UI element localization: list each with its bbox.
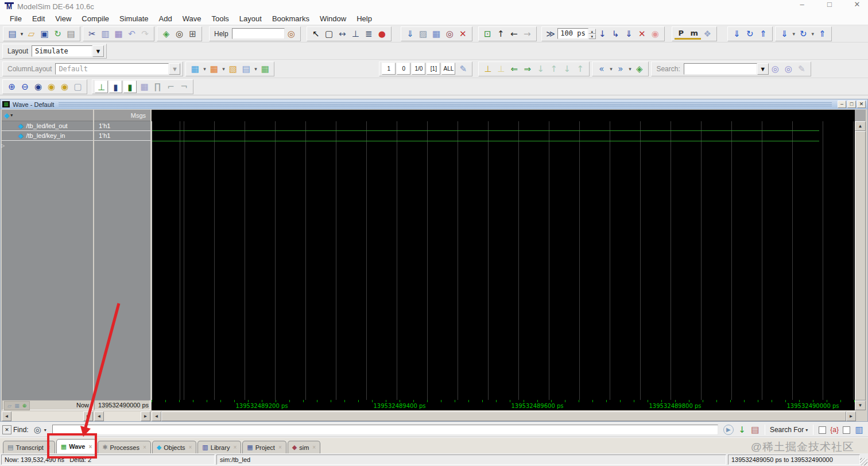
waveform-canvas[interactable] bbox=[152, 121, 856, 400]
compile-all-icon[interactable]: ⇓ bbox=[404, 28, 417, 40]
spin-up-icon[interactable]: ▲ bbox=[588, 29, 596, 34]
values-horizontal-scrollbar[interactable]: ◄ ► bbox=[94, 411, 150, 421]
next-falling-edge-icon[interactable]: ↓ bbox=[534, 63, 547, 75]
expand-right-caret-icon[interactable]: ▾ bbox=[627, 63, 633, 75]
prev-transition-icon[interactable]: ⇐ bbox=[507, 63, 521, 75]
goto-next-icon[interactable]: ⇓ bbox=[778, 28, 791, 40]
zoom-area-icon[interactable]: ▢ bbox=[323, 28, 336, 40]
zoom-out-icon[interactable]: ⊖ bbox=[18, 80, 32, 93]
columnlayout-combobox-arrow-icon[interactable]: ▼ bbox=[169, 63, 180, 75]
wave-search-combobox[interactable]: ▼ bbox=[684, 63, 769, 75]
run-continue-icon[interactable]: ↳ bbox=[609, 28, 622, 40]
print-icon[interactable]: ▤ bbox=[64, 28, 78, 40]
new-file-icon[interactable]: ▤ bbox=[6, 28, 19, 40]
redo-icon[interactable]: ↷ bbox=[138, 28, 152, 40]
horizontal-scroll-thumb[interactable] bbox=[161, 411, 846, 421]
stoplight-icon[interactable]: ● bbox=[375, 28, 389, 40]
spin-down-icon[interactable]: ▼ bbox=[588, 34, 596, 39]
menu-help[interactable]: Help bbox=[351, 13, 377, 24]
wave-search-input[interactable] bbox=[684, 63, 757, 75]
layout-combobox-arrow-icon[interactable]: ▼ bbox=[92, 45, 104, 57]
goto-next-caret-icon[interactable]: ▾ bbox=[791, 28, 797, 40]
column-apply-icon[interactable]: ▦ bbox=[258, 63, 272, 75]
signal-style-logic-icon[interactable]: ▮ bbox=[123, 80, 137, 93]
window-close-button[interactable]: ✕ bbox=[852, 0, 862, 9]
scroll-left-icon[interactable]: ◄ bbox=[152, 411, 161, 421]
scroll-right-icon[interactable]: ► bbox=[83, 411, 93, 421]
expand-time-left-icon[interactable]: « bbox=[595, 63, 608, 75]
signal-filter-icon[interactable]: ◆ bbox=[4, 111, 9, 120]
scroll-left-icon[interactable]: ◄ bbox=[2, 411, 11, 421]
led-out-waveform[interactable] bbox=[152, 130, 819, 131]
window-restore-button[interactable]: □ bbox=[824, 0, 835, 9]
radix-button[interactable]: [1] bbox=[427, 63, 440, 75]
search-for-dropdown[interactable]: Search For bbox=[770, 426, 804, 434]
expand-all-icon[interactable]: ◈ bbox=[633, 63, 646, 75]
tab-close-icon[interactable]: × bbox=[143, 444, 146, 450]
wave-console-icon[interactable]: ▦ bbox=[13, 402, 21, 410]
menu-view[interactable]: View bbox=[50, 13, 76, 24]
pulse-style-icon[interactable]: ∏ bbox=[151, 80, 164, 93]
stop-icon[interactable]: ◉ bbox=[649, 28, 662, 40]
format-brush-icon[interactable]: ✎ bbox=[456, 63, 470, 75]
vertical-scroll-thumb[interactable] bbox=[855, 131, 866, 400]
find-icon[interactable]: ◎ bbox=[173, 28, 186, 40]
wave-window-grip[interactable] bbox=[59, 102, 832, 106]
zoom-selection-icon[interactable]: ▢ bbox=[71, 80, 84, 93]
help-search-icon[interactable]: ◎ bbox=[285, 28, 298, 40]
column-orange-icon[interactable]: ▦ bbox=[207, 63, 220, 75]
forward-icon[interactable]: → bbox=[521, 28, 534, 40]
run-length-field[interactable]: 100 ps bbox=[557, 28, 588, 39]
scroll-left-icon[interactable]: ◄ bbox=[94, 411, 104, 421]
signal-values-panel[interactable]: 1'h11'h1 bbox=[94, 121, 150, 400]
pan-mode-icon[interactable]: ↔ bbox=[336, 28, 349, 40]
resize-grip[interactable] bbox=[860, 458, 867, 465]
signal-filter-caret-icon[interactable]: ▾ bbox=[10, 113, 13, 118]
next-rising-edge-icon[interactable]: ↑ bbox=[547, 63, 560, 75]
rise-style-icon[interactable]: ⌐ bbox=[164, 80, 177, 93]
signal-names-panel[interactable]: ◆ /tb_led/led_out ◆ /tb_led/key_in bbox=[2, 121, 93, 400]
profile-performance-icon[interactable]: P bbox=[675, 28, 688, 40]
columnlayout-combobox[interactable]: Default ▼ bbox=[55, 63, 180, 75]
edit-source-icon[interactable]: ▨ bbox=[417, 28, 430, 40]
wave-search-arrow-icon[interactable]: ▼ bbox=[757, 63, 769, 75]
signal-column-header[interactable]: ◆ ▾ bbox=[2, 110, 93, 121]
run-all-icon[interactable]: ⇓ bbox=[622, 28, 636, 40]
save-icon[interactable]: ▣ bbox=[38, 28, 51, 40]
fall-style-icon[interactable]: ¬ bbox=[177, 80, 191, 93]
pause-hand-icon[interactable]: ❖ bbox=[701, 28, 714, 40]
add-wave-icon[interactable]: ⊕ bbox=[21, 402, 28, 410]
find-input[interactable] bbox=[52, 425, 718, 435]
wave-restore-button[interactable]: □ bbox=[847, 101, 856, 108]
wave-prefs-icon[interactable]: ▱ bbox=[6, 402, 13, 410]
refresh-view-icon[interactable]: ↻ bbox=[797, 28, 810, 40]
refresh-icon[interactable]: ↻ bbox=[51, 28, 64, 40]
expand-left-caret-icon[interactable]: ▾ bbox=[608, 63, 614, 75]
wave-horizontal-scrollbar[interactable]: ◄ ► bbox=[152, 411, 856, 421]
signal-style-line-icon[interactable]: ⊥ bbox=[95, 80, 108, 93]
timeline-ruler[interactable]: 139532489200 ps139532489400 ps1395324896… bbox=[152, 400, 856, 410]
tab-objects[interactable]: ◆ Objects × bbox=[152, 441, 197, 453]
radix-button[interactable]: 0 bbox=[397, 63, 410, 75]
zoom-range-icon[interactable]: ◉ bbox=[58, 80, 71, 93]
signal-style-literal-icon[interactable]: ▮ bbox=[109, 80, 122, 93]
column-save-caret-icon[interactable]: ▾ bbox=[253, 63, 258, 75]
search-prev-icon[interactable]: ◎ bbox=[782, 63, 795, 75]
find-results-icon[interactable]: ▥ bbox=[852, 423, 866, 436]
paste-icon[interactable]: ▦ bbox=[112, 28, 125, 40]
search-next-icon[interactable]: ◎ bbox=[769, 63, 782, 75]
tab-transcript[interactable]: ▤ Transcript × bbox=[3, 441, 55, 453]
scroll-right-icon[interactable]: ► bbox=[846, 411, 856, 421]
scroll-right-icon[interactable]: ► bbox=[141, 411, 150, 421]
tab-library[interactable]: ▥ Library × bbox=[197, 441, 241, 453]
delete-cursor-icon[interactable]: ⊥ bbox=[494, 63, 507, 75]
regex-checkbox[interactable] bbox=[819, 426, 826, 434]
find-scope-binoculars-icon[interactable]: ◎ bbox=[31, 423, 44, 436]
names-horizontal-scrollbar[interactable]: ◄ ► bbox=[2, 411, 93, 421]
menu-simulate[interactable]: Simulate bbox=[114, 13, 154, 24]
find-run-icon[interactable]: ▶ bbox=[723, 425, 734, 435]
restart-icon[interactable]: ⊡ bbox=[481, 28, 494, 40]
simulate-icon[interactable]: ◎ bbox=[443, 28, 456, 40]
scroll-track[interactable] bbox=[104, 411, 141, 421]
edit-mode-icon[interactable]: ≣ bbox=[362, 28, 375, 40]
